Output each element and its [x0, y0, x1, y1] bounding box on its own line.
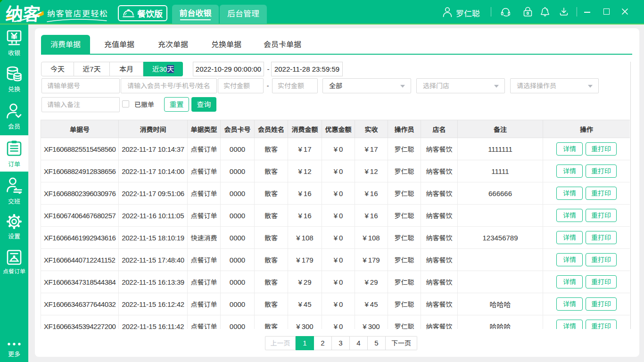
svg-text:纳客: 纳客: [5, 4, 41, 24]
